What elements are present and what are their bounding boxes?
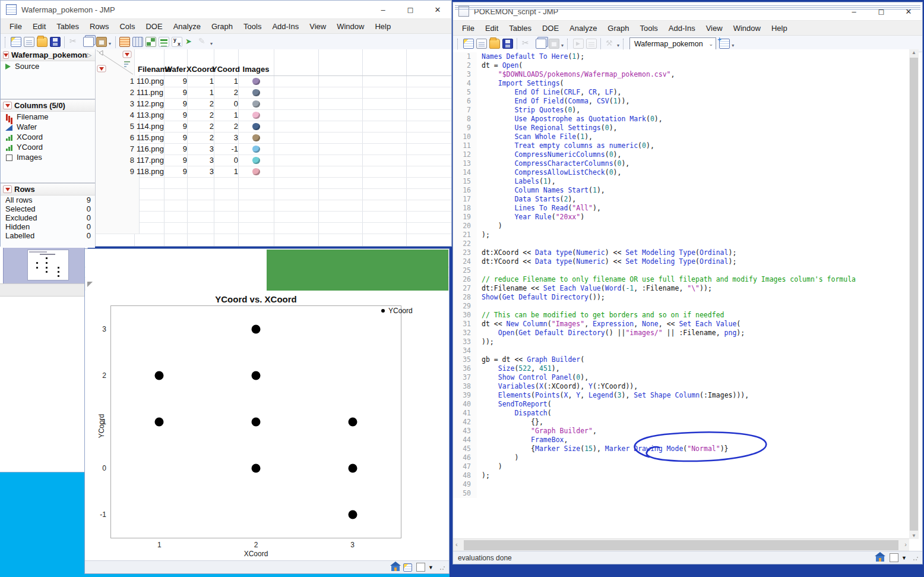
code-line[interactable]: 13 CompressCharacterColumns(0), [453,159,909,168]
column-header-xcoord[interactable]: XCoord [188,62,213,75]
code-line[interactable]: 10 Scan Whole File(1), [453,133,909,141]
open-icon[interactable] [489,39,500,49]
code-line[interactable]: 14 CompressAllowListCheck(0), [453,168,909,177]
menu-edit[interactable]: Edit [27,20,51,33]
code-line[interactable]: 41 Dispatch( [453,409,909,418]
code-line[interactable]: 25 [453,266,909,275]
code-line[interactable]: 7 Strip Quotes(0), [453,106,909,115]
code-line[interactable]: 26// reduce Filename to only filename OR… [453,275,909,284]
column-item-xcoord[interactable]: XCoord [1,132,95,142]
code-line[interactable]: 31dt << New Column("Images", Expression,… [453,320,909,329]
table-row[interactable]: 3112.png920 [96,98,451,110]
code-line[interactable]: 48); [453,471,909,480]
code-line[interactable]: 4 Import Settings( [453,79,909,88]
code-line[interactable]: 35gb = dt << Graph Builder( [453,355,909,364]
data-point[interactable] [252,418,261,427]
red-triangle-menu-icon[interactable] [3,185,12,193]
menu-file[interactable]: File [4,20,27,33]
data-point[interactable] [252,371,261,380]
code-line[interactable]: 8 Use Apostrophe as Quotation Mark(0), [453,115,909,124]
menu-window[interactable]: Window [331,20,369,33]
code-line[interactable]: 34 [453,346,909,355]
caret-down-icon[interactable]: ▼ [901,555,907,561]
menu-help[interactable]: Help [766,22,793,34]
code-line[interactable]: 19 Year Rule("20xx") [453,213,909,222]
menu-file[interactable]: File [457,22,480,34]
horizontal-scrollbar[interactable]: ‹ › [453,538,909,551]
data-point[interactable] [348,510,357,519]
run-script-icon[interactable] [573,39,584,49]
red-triangle-menu-icon[interactable] [3,51,9,59]
toolbar-overflow-icon[interactable]: ▾ [109,41,111,46]
menu-tables[interactable]: Tables [51,20,84,33]
code-line[interactable]: 21); [453,231,909,239]
menu-tools[interactable]: Tools [238,20,267,33]
save-icon[interactable] [502,39,513,49]
resize-grip[interactable] [439,565,445,570]
table-link-icon[interactable] [719,39,730,49]
new-script-icon[interactable] [476,39,487,49]
source-item[interactable]: Source [1,61,95,71]
table-row[interactable]: 8117.png930 [96,155,451,166]
code-line[interactable]: 40 SendToReport( [453,400,909,409]
data-table-icon[interactable] [119,37,130,47]
code-line[interactable]: 20 ) [453,222,909,231]
toolbar-overflow-icon[interactable]: ▾ [210,41,213,46]
graph-builder-icon[interactable] [145,37,156,47]
code-line[interactable]: 12 CompressNumericColumns(0), [453,150,909,159]
resize-grip[interactable] [913,555,919,561]
table-row[interactable]: 1110.png911 [96,75,451,87]
code-line[interactable]: 22 [453,239,909,248]
table-row[interactable]: 4113.png921 [96,109,451,121]
code-line[interactable]: 44 FrameBox, [453,436,909,444]
column-header-wafer[interactable]: Wafer [165,62,186,75]
new-data-table-icon[interactable] [463,39,474,49]
cut-icon[interactable] [68,37,79,47]
vertical-scroll-thumb[interactable] [910,58,918,531]
save-icon[interactable] [50,37,61,47]
red-triangle-menu-icon[interactable] [3,102,12,109]
menu-help[interactable]: Help [369,20,396,33]
code-line[interactable]: 46 ) [453,453,909,462]
code-line[interactable]: 38 Variables(X(:XCoord), Y(:YCoord)), [453,382,909,391]
annotate-icon[interactable] [198,37,208,47]
close-button[interactable]: ✕ [424,1,451,18]
code-line[interactable]: 33)); [453,338,909,346]
menu-tools[interactable]: Tools [635,22,663,34]
scroll-left-icon[interactable]: ‹ [455,541,458,548]
column-header-ycoord[interactable]: YCoord [215,62,237,75]
window-thumbnail-selected[interactable] [3,246,85,284]
code-line[interactable]: 24dt:YCoord << Data type(Numeric) << Set… [453,257,909,266]
table-row[interactable]: 2111.png912 [96,87,451,99]
data-grid[interactable]: FilenameWaferXCoordYCoordImages 1110.png… [96,49,451,246]
code-line[interactable]: 28Show(Get Default Directory()); [453,293,909,302]
code-line[interactable]: 39 Elements(Points(X, Y, Legend(3), Set … [453,391,909,400]
maximize-checkbox[interactable] [416,563,425,572]
vertical-scrollbar[interactable]: ▲ ▼ [909,49,919,539]
code-line[interactable]: 2dt = Open( [453,61,909,70]
collapse-triangle-icon[interactable] [87,282,93,287]
code-line[interactable]: 47 ) [453,462,909,471]
paste-icon[interactable] [96,37,107,47]
column-header-images[interactable]: Images [239,62,273,75]
toolbar-overflow-icon[interactable]: ▾ [617,43,619,48]
open-icon[interactable] [37,37,48,47]
table-row[interactable]: 6115.png923 [96,132,451,144]
toolbar-overflow-icon[interactable]: ▾ [561,43,564,48]
data-point[interactable] [348,418,357,427]
data-point[interactable] [348,464,357,473]
code-line[interactable]: 42 {}, [453,418,909,427]
code-line[interactable]: 49 [453,480,909,489]
copy-icon[interactable] [536,39,546,49]
current-table-combobox[interactable]: Wafermap_pokemon ⌄ [629,37,716,51]
menu-add-ins[interactable]: Add-Ins [663,22,701,34]
code-line[interactable]: 27dt:Filename << Set Each Value(Word(-1,… [453,284,909,293]
home-icon[interactable] [876,556,884,562]
bar-chart-icon[interactable] [159,37,169,47]
menu-tables[interactable]: Tables [504,22,537,34]
import-arrow-icon[interactable] [185,37,195,47]
menu-edit[interactable]: Edit [480,22,504,34]
plot-frame[interactable]: YCoord XCoord 3210-1123 [110,305,401,538]
home-icon[interactable] [391,566,400,571]
menu-analyze[interactable]: Analyze [564,22,602,34]
